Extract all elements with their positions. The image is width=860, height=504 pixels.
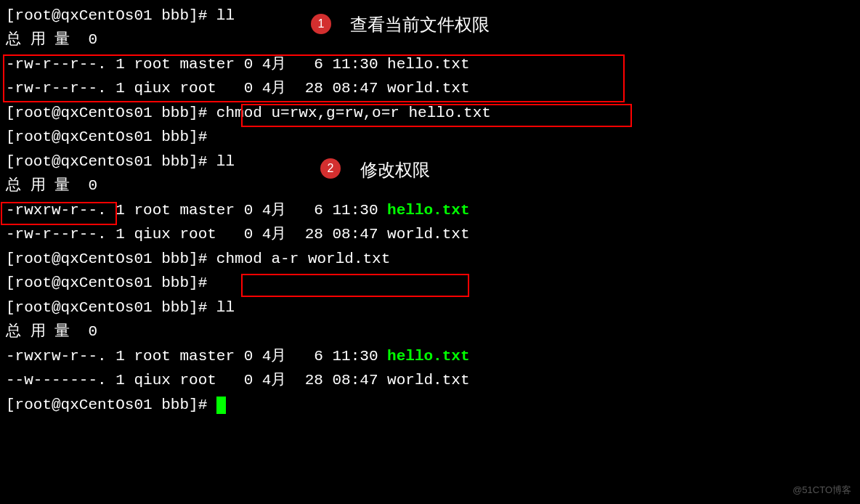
file-entry: --w-------. 1 qiux root 0 4月 28 08:47 wo… bbox=[6, 368, 470, 393]
file-entry: -rw-r--r--. 1 qiux root 0 4月 28 08:47 wo… bbox=[6, 222, 470, 247]
command-text: ll bbox=[216, 150, 235, 174]
file-entry: -rw-r--r--. 1 root master 0 4月 6 11:30 h… bbox=[6, 52, 470, 77]
file-listing-row: -rwxrw-r--. 1 root master 0 4月 6 11:30 h… bbox=[6, 344, 854, 369]
terminal-line: [root@qxCentOs01 bbb]# chmod u=rwx,g=rw,… bbox=[6, 101, 854, 126]
file-name-executable: hello.txt bbox=[387, 198, 469, 223]
prompt: [root@qxCentOs01 bbb]# bbox=[6, 296, 207, 320]
prompt: [root@qxCentOs01 bbb]# bbox=[6, 150, 207, 174]
terminal-line[interactable]: [root@qxCentOs01 bbb]# bbox=[6, 393, 854, 418]
terminal-line: [root@qxCentOs01 bbb]# bbox=[6, 126, 854, 150]
total-text: 总 用 量 0 bbox=[6, 320, 97, 344]
terminal-line: [root@qxCentOs01 bbb]# bbox=[6, 272, 854, 296]
prompt: [root@qxCentOs01 bbb]# bbox=[6, 125, 207, 150]
terminal-line: [root@qxCentOs01 bbb]# ll bbox=[6, 150, 854, 174]
file-listing-row: -rw-r--r--. 1 qiux root 0 4月 28 08:47 wo… bbox=[6, 223, 854, 248]
terminal-line: [root@qxCentOs01 bbb]# chmod a-r world.t… bbox=[6, 247, 854, 272]
total-text: 总 用 量 0 bbox=[6, 28, 97, 52]
file-permissions: -rwxrw-r--. bbox=[6, 198, 107, 223]
command-text: ll bbox=[216, 296, 235, 320]
file-listing-row: -rw-r--r--. 1 qiux root 0 4月 28 08:47 wo… bbox=[6, 77, 854, 102]
file-details: 1 root master 0 4月 6 11:30 bbox=[107, 198, 387, 223]
command-text: chmod u=rwx,g=rw,o=r hello.txt bbox=[216, 101, 491, 126]
command-text: chmod a-r world.txt bbox=[216, 247, 390, 272]
watermark: @51CTO博客 bbox=[792, 483, 851, 498]
command-text: ll bbox=[216, 4, 235, 28]
total-text: 总 用 量 0 bbox=[6, 174, 97, 198]
terminal-line: 总 用 量 0 bbox=[6, 174, 854, 199]
terminal-line: 总 用 量 0 bbox=[6, 320, 854, 345]
file-listing-row: -rwxrw-r--. 1 root master 0 4月 6 11:30 h… bbox=[6, 198, 854, 223]
file-details: -rwxrw-r--. 1 root master 0 4月 6 11:30 bbox=[6, 344, 387, 369]
file-entry: -rw-r--r--. 1 qiux root 0 4月 28 08:47 wo… bbox=[6, 76, 470, 101]
prompt: [root@qxCentOs01 bbb]# bbox=[6, 271, 207, 296]
terminal-line: [root@qxCentOs01 bbb]# ll bbox=[6, 296, 854, 320]
file-listing-row: -rw-r--r--. 1 root master 0 4月 6 11:30 h… bbox=[6, 52, 854, 77]
prompt: [root@qxCentOs01 bbb]# bbox=[6, 393, 207, 418]
terminal-line: 总 用 量 0 bbox=[6, 28, 854, 53]
file-listing-row: --w-------. 1 qiux root 0 4月 28 08:47 wo… bbox=[6, 369, 854, 394]
prompt: [root@qxCentOs01 bbb]# bbox=[6, 4, 207, 28]
prompt: [root@qxCentOs01 bbb]# bbox=[6, 101, 207, 126]
prompt: [root@qxCentOs01 bbb]# bbox=[6, 247, 207, 272]
file-name-executable: hello.txt bbox=[387, 344, 469, 369]
cursor bbox=[216, 397, 226, 414]
